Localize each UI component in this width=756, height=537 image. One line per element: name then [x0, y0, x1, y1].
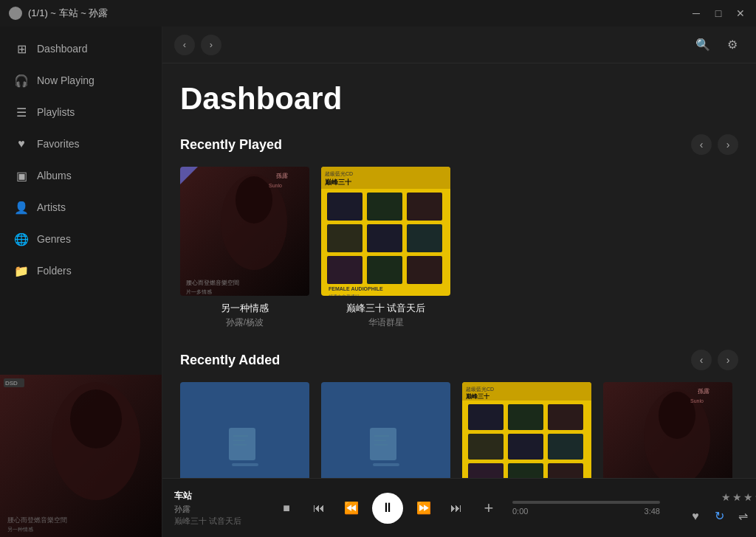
sidebar-item-now-playing[interactable]: 🎧 Now Playing: [3, 65, 159, 96]
search-button[interactable]: 🔍: [691, 33, 715, 57]
add-button[interactable]: +: [477, 496, 501, 520]
svg-text:腰心而登燃音樂空間: 腰心而登燃音樂空間: [7, 516, 67, 524]
svg-text:孫露: 孫露: [276, 173, 288, 179]
svg-rect-44: [468, 404, 504, 430]
favorites-icon: ♥: [15, 137, 28, 150]
back-button[interactable]: ‹: [174, 35, 195, 55]
sidebar-item-playlists[interactable]: ☰ Playlists: [3, 97, 159, 128]
progress-bar[interactable]: [512, 501, 660, 504]
sidebar-item-now-playing-label: Now Playing: [37, 75, 94, 86]
settings-button[interactable]: ⚙: [721, 33, 744, 57]
svg-rect-24: [407, 224, 442, 252]
player-track-album: 巅峰三十 试音天后: [174, 516, 263, 527]
play-pause-icon: ⏸: [381, 500, 394, 516]
svg-rect-49: [548, 434, 583, 460]
sidebar-item-genres-label: Genres: [37, 233, 71, 245]
fast-forward-button[interactable]: ⏩: [412, 496, 436, 520]
recently-added-art-1: [180, 382, 309, 478]
chevron-left-icon-2: ‹: [700, 354, 704, 366]
recently-added-art-3: 超級藍光CD 巅峰三十 FEM: [462, 382, 591, 478]
svg-rect-37: [374, 435, 389, 437]
recently-played-prev-button[interactable]: ‹: [691, 134, 712, 155]
star-3[interactable]: ★: [743, 491, 753, 503]
shuffle-button[interactable]: ⇌: [734, 507, 752, 525]
recently-added-section: Recently Added ‹ ›: [180, 350, 738, 478]
current-time: 0:00: [512, 507, 528, 516]
sidebar-nav: ⊞ Dashboard 🎧 Now Playing ☰ Playlists ♥ …: [0, 27, 162, 375]
maximize-button[interactable]: □: [712, 7, 725, 20]
fast-forward-icon: ⏩: [416, 501, 431, 515]
svg-text:另一种情感: 另一种情感: [7, 527, 33, 532]
minimize-button[interactable]: ─: [690, 7, 703, 20]
forward-icon: ›: [210, 39, 213, 50]
album-card-2[interactable]: 超級藍光CD 巅峰三十: [321, 167, 450, 329]
player-info: 车站 孙露 巅峰三十 试音天后: [174, 490, 263, 527]
svg-rect-45: [508, 404, 543, 430]
star-1[interactable]: ★: [721, 491, 731, 503]
svg-point-3: [70, 389, 122, 448]
recently-added-card-1[interactable]: [180, 382, 309, 478]
forward-button[interactable]: ›: [201, 35, 221, 55]
main-content: ‹ › 🔍 ⚙ Dashboard Recently Played: [162, 27, 756, 537]
svg-rect-34: [233, 444, 247, 446]
playlists-icon: ☰: [15, 105, 28, 119]
recently-added-next-button[interactable]: ›: [718, 350, 738, 370]
recently-played-header: Recently Played ‹ ›: [180, 134, 738, 155]
now-playing-icon: 🎧: [15, 74, 28, 87]
star-2[interactable]: ★: [732, 491, 742, 503]
sidebar-item-favorites[interactable]: ♥ Favorites: [3, 128, 159, 159]
album-art-2: 超級藍光CD 巅峰三十: [321, 167, 450, 296]
sidebar-item-playlists-label: Playlists: [37, 106, 75, 118]
player-bar: 车站 孙露 巅峰三十 试音天后 ■ ⏮ ⏪ ⏸ ⏩: [162, 478, 756, 537]
play-pause-button[interactable]: ⏸: [372, 493, 403, 524]
next-button[interactable]: ⏭: [444, 496, 468, 520]
svg-text:孫露: 孫露: [698, 388, 709, 395]
repeat-button[interactable]: ↻: [710, 507, 728, 525]
recently-added-card-4[interactable]: 腰心而登燃音樂空間 另一种情感 孫露 Sunlo: [603, 382, 732, 478]
dashboard-title: Dashboard: [180, 81, 738, 117]
albums-icon: ▣: [15, 169, 28, 182]
svg-rect-25: [327, 256, 362, 284]
recently-added-prev-button[interactable]: ‹: [691, 350, 712, 370]
back-icon: ‹: [183, 39, 186, 50]
album-card-1[interactable]: 腰心而登燃音樂空間 片一多情感 孫露 Sunlo 另一种情感 孙露/杨波: [180, 167, 309, 329]
svg-text:精選中文普通話: 精選中文普通話: [329, 294, 360, 296]
svg-text:巅峰三十: 巅峰三十: [325, 179, 352, 186]
stop-button[interactable]: ■: [275, 496, 298, 520]
svg-text:FEMALE AUDIOPHILE: FEMALE AUDIOPHILE: [329, 286, 383, 291]
recently-added-card-3[interactable]: 超級藍光CD 巅峰三十 FEM: [462, 382, 591, 478]
dashboard-content: Dashboard Recently Played ‹ ›: [162, 63, 756, 478]
svg-rect-27: [407, 256, 442, 284]
recently-added-title: Recently Added: [180, 353, 691, 368]
svg-rect-50: [468, 463, 504, 478]
sidebar-item-artists[interactable]: 👤 Artists: [3, 192, 159, 223]
recently-added-card-2[interactable]: [321, 382, 450, 478]
album-title-2: 巅峰三十 试音天后: [321, 302, 450, 315]
sidebar-item-genres[interactable]: 🌐 Genres: [3, 224, 159, 254]
svg-rect-23: [367, 224, 402, 252]
svg-text:巅峰三十: 巅峰三十: [466, 393, 489, 400]
star-rating: ★ ★ ★ ★ ★: [721, 491, 756, 503]
progress-section: 0:00 3:48: [512, 501, 660, 516]
svg-rect-46: [548, 404, 583, 430]
svg-rect-20: [367, 193, 402, 221]
sidebar-now-playing-art: 腰心而登燃音樂空間 另一种情感 DSD: [0, 375, 162, 537]
prev-button[interactable]: ⏮: [307, 496, 331, 520]
app-body: ⊞ Dashboard 🎧 Now Playing ☰ Playlists ♥ …: [0, 27, 756, 537]
sidebar-item-folders[interactable]: 📁 Folders: [3, 255, 159, 286]
recently-played-next-button[interactable]: ›: [718, 134, 738, 155]
rewind-button[interactable]: ⏪: [340, 496, 363, 520]
svg-rect-21: [407, 193, 442, 221]
titlebar: (1/1) ~ 车站 ~ 孙露 ─ □ ✕: [0, 0, 756, 27]
dashboard-icon: ⊞: [15, 42, 28, 55]
chevron-right-icon: ›: [726, 139, 730, 150]
recently-played-title: Recently Played: [180, 137, 691, 153]
stop-icon: ■: [283, 502, 290, 515]
album-art-1: 腰心而登燃音樂空間 片一多情感 孫露 Sunlo: [180, 167, 309, 296]
player-track-artist: 孙露: [174, 504, 263, 515]
sidebar-item-dashboard[interactable]: ⊞ Dashboard: [3, 33, 159, 64]
close-button[interactable]: ✕: [734, 7, 747, 20]
svg-rect-22: [327, 224, 362, 252]
heart-button[interactable]: ♥: [687, 507, 704, 525]
sidebar-item-albums[interactable]: ▣ Albums: [3, 160, 159, 191]
